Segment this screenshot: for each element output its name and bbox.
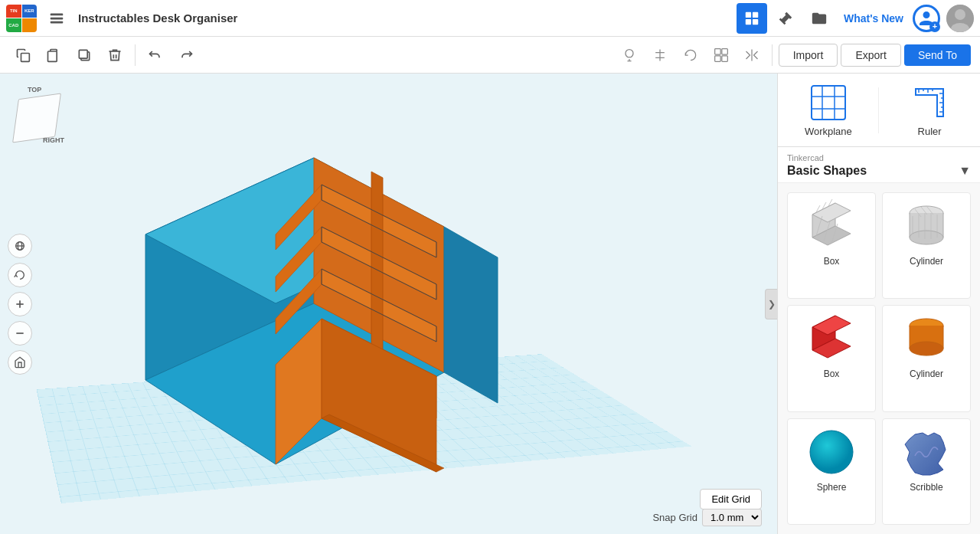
workplane-icon [808, 83, 848, 123]
shape-cylinder-solid-label: Cylinder [910, 369, 943, 379]
rotate-view-btn[interactable] [8, 263, 32, 287]
orbit-btn[interactable] [8, 234, 32, 258]
shape-item-cylinder-hole[interactable]: Cylinder [882, 192, 971, 299]
svg-point-86 [910, 342, 943, 355]
copy-btn[interactable] [9, 41, 37, 69]
svg-marker-30 [276, 269, 322, 334]
paste-btn[interactable] [40, 41, 67, 69]
delete-btn[interactable] [101, 41, 129, 69]
snap-grid-label: Snap Grid [652, 512, 697, 523]
export-btn[interactable]: Export [841, 44, 900, 67]
cube-main[interactable] [12, 93, 61, 143]
svg-rect-3 [746, 11, 751, 17]
collapse-panel-btn[interactable]: ❯ [765, 289, 777, 319]
shape-item-cylinder-solid[interactable]: Cylinder [882, 305, 971, 411]
svg-point-9 [955, 9, 965, 20]
light-btn[interactable] [616, 41, 643, 69]
shape-box-solid-label: Box [824, 369, 840, 379]
svg-marker-28 [276, 185, 322, 250]
right-panel: Workplane [777, 74, 980, 534]
svg-marker-23 [322, 185, 436, 257]
shape-sphere-solid-label: Sphere [817, 482, 847, 493]
duplicate-btn[interactable] [70, 41, 98, 69]
svg-rect-11 [21, 53, 30, 61]
toolbar-sep-1 [135, 44, 136, 66]
tinkercad-logo[interactable]: TIN KER CAD [6, 5, 37, 32]
toolbar-sep-2 [772, 44, 773, 66]
ruler-icon [910, 83, 949, 123]
shape-item-box-hole[interactable]: Box [787, 192, 876, 299]
construct-btn[interactable] [770, 3, 801, 34]
panel-tools-divider [878, 87, 879, 133]
redo-btn[interactable] [172, 41, 200, 69]
add-user-btn[interactable]: + [913, 5, 940, 32]
zoom-out-btn[interactable] [8, 321, 32, 346]
zoom-in-btn[interactable] [8, 292, 32, 316]
shapes-panel: Box [778, 183, 980, 534]
svg-marker-37 [322, 269, 436, 342]
shape-scribble-canvas [896, 425, 957, 479]
edit-grid-btn[interactable]: Edit Grid [700, 489, 762, 509]
import-btn[interactable]: Import [779, 44, 838, 67]
sendto-btn[interactable]: Send To [904, 44, 971, 66]
ruler-label: Ruler [918, 126, 942, 137]
shapes-provider: Tinkercad [787, 153, 971, 162]
home-view-btn[interactable] [8, 350, 32, 375]
shape-cylinder-solid-canvas [896, 312, 957, 365]
svg-marker-25 [322, 269, 436, 342]
svg-rect-16 [722, 48, 728, 54]
svg-rect-4 [753, 11, 758, 17]
shape-scribble-label: Scribble [910, 482, 942, 493]
shape-box-hole-canvas [801, 199, 862, 253]
svg-rect-1 [51, 17, 64, 19]
cube-right-label: RIGHT [43, 136, 64, 144]
nav-controls [8, 234, 32, 375]
undo-btn[interactable] [142, 41, 169, 69]
shape-sphere-solid-canvas [801, 425, 862, 479]
panel-tools: Workplane [778, 74, 980, 147]
shapes-grid: Box [778, 183, 980, 534]
svg-marker-21 [145, 158, 444, 303]
svg-marker-24 [322, 227, 436, 300]
group-btn[interactable] [707, 41, 735, 69]
project-title: Instructables Desk Organiser [78, 11, 730, 25]
navbar: TIN KER CAD Instructables Desk Organiser [0, 0, 980, 37]
svg-marker-29 [276, 227, 322, 292]
shape-cylinder-hole-label: Cylinder [910, 256, 943, 267]
viewport[interactable]: TOP RIGHT ❯ Edit Gri [0, 74, 777, 534]
main-area: TOP RIGHT ❯ Edit Gri [0, 74, 980, 534]
shapes-dropdown-icon[interactable]: ▼ [959, 164, 971, 178]
snap-grid-select[interactable]: 1.0 mm 0.1 mm 0.5 mm 2.0 mm 5.0 mm [702, 509, 762, 526]
svg-marker-35 [322, 185, 436, 257]
svg-rect-5 [746, 18, 751, 24]
shape-box-hole-label: Box [824, 256, 840, 267]
svg-rect-12 [48, 51, 57, 61]
view-cube[interactable]: TOP RIGHT [12, 86, 66, 147]
folder-btn[interactable] [804, 3, 835, 34]
whats-new-link[interactable]: What's New [838, 12, 910, 25]
grid-view-btn[interactable] [737, 3, 767, 34]
workplane-label: Workplane [805, 126, 852, 137]
ruler-tool[interactable]: Ruler [891, 83, 968, 137]
align-btn[interactable] [646, 41, 674, 69]
workplane-tool[interactable]: Workplane [790, 83, 867, 137]
shape-item-box-solid[interactable]: Box [787, 305, 876, 411]
svg-rect-0 [51, 13, 64, 15]
shape-item-scribble[interactable]: Scribble [882, 418, 971, 525]
svg-marker-36 [322, 227, 436, 300]
nav-right: What's New + [737, 3, 974, 34]
shapes-header: Tinkercad Basic Shapes ▼ [778, 147, 980, 183]
project-list-icon[interactable] [46, 8, 67, 29]
mirror-btn[interactable] [738, 41, 766, 69]
svg-point-70 [910, 231, 943, 244]
svg-rect-17 [714, 55, 720, 61]
shapes-category-selector[interactable]: Basic Shapes ▼ [787, 162, 971, 179]
svg-rect-6 [753, 18, 758, 24]
shape-item-sphere-solid[interactable]: Sphere [787, 418, 876, 525]
svg-rect-18 [722, 55, 728, 61]
svg-point-89 [810, 431, 853, 473]
rotate-btn[interactable] [677, 41, 704, 69]
toolbar: Import Export Send To [0, 37, 980, 74]
user-avatar[interactable] [946, 5, 974, 32]
shapes-category-label: Basic Shapes [787, 164, 867, 178]
